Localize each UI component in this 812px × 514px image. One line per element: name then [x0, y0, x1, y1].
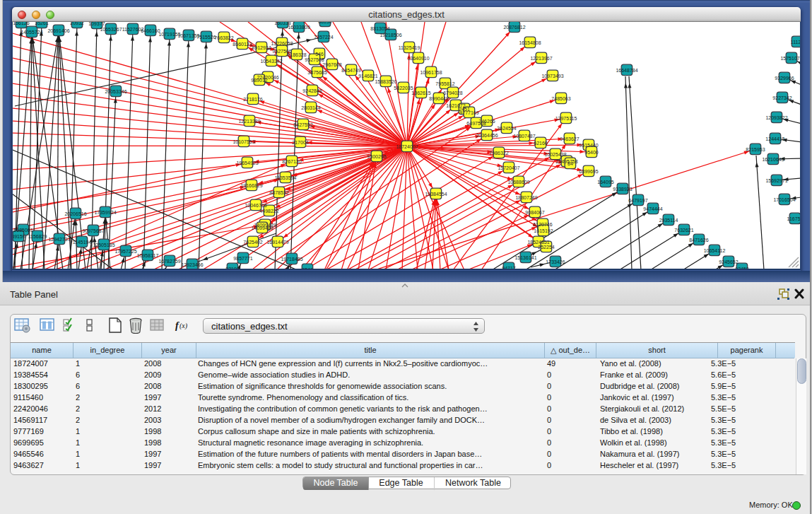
svg-text:16210643: 16210643: [762, 157, 784, 162]
svg-text:19218506: 19218506: [379, 33, 401, 37]
svg-text:8454749: 8454749: [341, 68, 360, 73]
svg-text:88130: 88130: [318, 22, 332, 24]
svg-text:12942737: 12942737: [48, 237, 70, 242]
svg-text:12923466: 12923466: [181, 262, 203, 267]
svg-text:83100: 83100: [225, 267, 240, 271]
svg-text:17957225: 17957225: [114, 249, 136, 254]
svg-text:5685061: 5685061: [13, 228, 33, 233]
svg-text:35261: 35261: [35, 22, 49, 25]
svg-text:9146821: 9146821: [358, 74, 377, 78]
svg-text:84: 84: [567, 161, 573, 166]
svg-text:62160: 62160: [534, 141, 548, 146]
svg-text:16648784: 16648784: [616, 68, 637, 73]
svg-text:20206516: 20206516: [64, 211, 86, 216]
svg-text:20876812: 20876812: [503, 25, 525, 30]
svg-text:9227342: 9227342: [772, 95, 792, 100]
svg-text:15720407: 15720407: [498, 165, 519, 170]
svg-text:8990448: 8990448: [429, 96, 448, 101]
svg-text:5822035: 5822035: [394, 86, 413, 90]
svg-text:7625402: 7625402: [243, 240, 262, 245]
svg-text:15751074: 15751074: [780, 56, 801, 61]
svg-text:16782759: 16782759: [158, 259, 180, 264]
svg-text:1362615: 1362615: [411, 90, 430, 95]
svg-text:9474444: 9474444: [643, 206, 662, 211]
svg-text:14055724: 14055724: [20, 30, 42, 35]
svg-text:10107553: 10107553: [233, 139, 254, 144]
svg-text:8267130: 8267130: [282, 159, 301, 164]
svg-text:90975687: 90975687: [82, 228, 104, 233]
svg-text:15883520: 15883520: [375, 79, 396, 84]
svg-text:8813054: 8813054: [370, 26, 389, 31]
svg-text:1244415: 1244415: [765, 136, 784, 141]
svg-text:14099489: 14099489: [251, 226, 273, 230]
svg-text:109377: 109377: [88, 22, 105, 26]
svg-text:8660123: 8660123: [233, 42, 252, 47]
svg-text:7632621: 7632621: [674, 228, 693, 233]
svg-text:8186328: 8186328: [287, 52, 306, 57]
svg-text:17359924: 17359924: [94, 210, 116, 215]
svg-text:10973493: 10973493: [541, 74, 563, 78]
svg-text:3875685: 3875685: [307, 70, 326, 75]
svg-text:8878532: 8878532: [269, 190, 288, 195]
svg-text:15136141: 15136141: [514, 255, 536, 260]
svg-text:2803144: 2803144: [301, 105, 320, 110]
svg-text:6479197: 6479197: [628, 198, 647, 203]
svg-text:10653267: 10653267: [100, 27, 122, 32]
svg-text:12975115: 12975115: [555, 116, 577, 121]
svg-text:18724007: 18724007: [396, 144, 418, 149]
svg-text:9338923: 9338923: [613, 187, 632, 192]
svg-text:16914479: 16914479: [266, 240, 288, 245]
svg-text:9329966: 9329966: [775, 76, 794, 81]
svg-text:19384554: 19384554: [425, 192, 447, 197]
svg-text:1615192: 1615192: [534, 228, 553, 233]
svg-text:6466160: 6466160: [141, 28, 160, 33]
svg-text:10543342: 10543342: [260, 59, 282, 64]
svg-text:9246: 9246: [302, 267, 313, 271]
svg-text:7485063: 7485063: [551, 96, 570, 101]
svg-text:10688609: 10688609: [507, 180, 529, 185]
svg-text:18524851: 18524851: [527, 240, 549, 245]
svg-text:3624554: 3624554: [497, 126, 516, 131]
svg-text:2935114: 2935114: [659, 218, 678, 223]
svg-text:20364456: 20364456: [476, 133, 498, 138]
svg-text:156126: 156126: [13, 22, 29, 25]
svg-text:11124: 11124: [791, 40, 801, 45]
svg-text:7986322: 7986322: [489, 151, 508, 156]
svg-text:546: 546: [315, 52, 324, 57]
svg-text:9300295: 9300295: [367, 154, 386, 159]
svg-text:9527508: 9527508: [305, 57, 324, 62]
svg-text:9084067: 9084067: [525, 210, 544, 215]
svg-text:7955812: 7955812: [435, 81, 454, 86]
svg-text:13640910: 13640910: [407, 56, 429, 61]
svg-text:6794028: 6794028: [443, 90, 462, 95]
svg-text:19718485: 19718485: [281, 257, 302, 262]
svg-text:15692971: 15692971: [765, 178, 787, 183]
svg-text:989012: 989012: [251, 78, 267, 83]
svg-text:9245652: 9245652: [719, 259, 738, 264]
svg-text:7663822: 7663822: [214, 35, 233, 40]
svg-text:10807487: 10807487: [513, 134, 535, 139]
svg-text:16154808: 16154808: [519, 40, 541, 45]
svg-text:8471626: 8471626: [689, 238, 708, 243]
svg-text:8215953: 8215953: [746, 147, 765, 152]
svg-text:7357224: 7357224: [314, 35, 333, 40]
svg-text:12213967: 12213967: [530, 56, 552, 61]
svg-text:17016504: 17016504: [773, 197, 795, 202]
svg-text:1156829: 1156829: [28, 234, 47, 239]
svg-text:12505185: 12505185: [93, 243, 114, 247]
svg-text:1733426: 1733426: [546, 259, 565, 264]
svg-text:6120746: 6120746: [533, 222, 552, 227]
svg-text:20053346: 20053346: [105, 89, 126, 94]
svg-text:25495758: 25495758: [555, 159, 577, 164]
svg-text:7515526: 7515526: [196, 35, 216, 40]
svg-text:746266: 746266: [478, 119, 495, 124]
svg-text:12093822: 12093822: [765, 115, 787, 120]
svg-text:19166829: 19166829: [240, 183, 262, 188]
svg-text:11353594: 11353594: [275, 175, 297, 180]
svg-text:9515440: 9515440: [579, 143, 598, 148]
svg-text:116753: 116753: [787, 216, 801, 221]
svg-text:20932: 20932: [70, 22, 84, 25]
svg-text:10654112: 10654112: [704, 248, 726, 253]
svg-text:10025438: 10025438: [544, 152, 566, 157]
svg-text:13226058: 13226058: [271, 41, 293, 46]
